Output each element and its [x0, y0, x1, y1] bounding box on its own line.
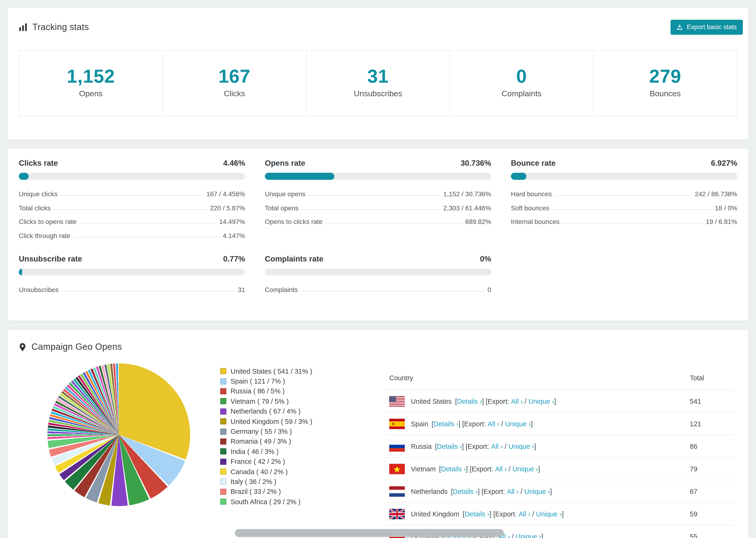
rate-value: 0.77%	[223, 254, 245, 263]
geo-table: Country Total United States [Details ›] …	[385, 368, 734, 538]
rate-head: Complaints rate 0%	[265, 254, 491, 263]
details-link[interactable]: Details ›	[441, 465, 466, 472]
legend-item-romania: Romania ( 49 / 3% )	[220, 436, 362, 447]
metric-label: Internal bounces	[511, 218, 560, 225]
metric-value: 0	[487, 286, 491, 294]
details-link[interactable]: Details ›	[453, 488, 477, 495]
geo-table-row-netherlands: Netherlands [Details ›] [Export: All › /…	[385, 480, 734, 503]
rate-title: Clicks rate	[19, 158, 58, 167]
geo-opens-title: Campaign Geo Opens	[31, 342, 122, 352]
bracket: [	[462, 510, 464, 517]
geo-table-wrap: Country Total United States [Details ›] …	[385, 368, 734, 538]
details-link[interactable]: Details ›	[457, 398, 482, 405]
bracket: ]	[554, 398, 556, 405]
country-total: 79	[685, 457, 734, 480]
geo-table-head: Country Total	[385, 368, 734, 390]
bracket: ] [Export:	[490, 510, 519, 517]
rate-block-bounce-rate: Bounce rate 6.927% Hard bounces 242 / 86…	[511, 158, 737, 242]
nl-flag-icon	[389, 486, 405, 497]
metric-row-soft-bounces: Soft bounces 18 / 0%	[511, 200, 737, 214]
legend-item-united-kingdom: United Kingdom ( 59 / 3% )	[220, 416, 362, 426]
geo-table-row-vietnam: Vietnam [Details ›] [Export: All › / Uni…	[385, 457, 734, 480]
export-all-link[interactable]: All ›	[507, 488, 519, 495]
legend-label: Romania ( 49 / 3% )	[231, 438, 291, 445]
metric-value: 220 / 5.87%	[210, 204, 245, 211]
counter-label: Unsubscribes	[306, 89, 450, 98]
legend-label: Spain ( 121 / 7% )	[231, 377, 285, 385]
metric-value: 689.82%	[465, 218, 491, 225]
legend-label: Russia ( 86 / 5% )	[231, 388, 285, 395]
export-all-link[interactable]: All ›	[488, 420, 499, 427]
geo-legend: United States ( 541 / 31% ) Spain ( 121 …	[220, 366, 362, 507]
counter-label: Bounces	[594, 89, 737, 98]
rate-head: Bounce rate 6.927%	[511, 158, 737, 167]
separator: /	[499, 420, 505, 427]
dotted-leader	[555, 195, 692, 196]
export-unique-link[interactable]: Unique ›	[536, 510, 562, 517]
legend-swatch	[220, 368, 226, 374]
geo-body: United States ( 541 / 31% ) Spain ( 121 …	[8, 352, 748, 538]
counter-clicks: 167 Clicks	[162, 50, 307, 116]
details-link[interactable]: Details ›	[433, 420, 458, 427]
bracket: [	[439, 465, 441, 472]
separator: /	[530, 510, 536, 517]
legend-label: Italy ( 36 / 2% )	[231, 478, 276, 485]
rate-value: 4.46%	[223, 158, 245, 167]
legend-label: South Africa ( 29 / 2% )	[231, 498, 300, 506]
country-total: 121	[685, 412, 734, 435]
metric-value: 31	[238, 286, 245, 294]
export-unique-link[interactable]: Unique ›	[513, 465, 538, 472]
vn-flag-icon	[389, 463, 405, 474]
rate-head: Opens rate 30.736%	[265, 158, 491, 167]
metric-row-hard-bounces: Hard bounces 242 / 86.738%	[511, 187, 737, 200]
country-cell: United States [Details ›] [Export: All ›…	[389, 396, 680, 406]
export-unique-link[interactable]: Unique ›	[528, 398, 554, 405]
export-unique-link[interactable]: Unique ›	[515, 533, 541, 538]
separator: /	[510, 533, 515, 538]
legend-item-brazil: Brazil ( 33 / 2% )	[220, 487, 362, 497]
rate-title: Complaints rate	[265, 254, 323, 263]
bracket: ]	[562, 510, 564, 517]
dotted-leader	[62, 291, 235, 292]
rate-progress-bar	[19, 268, 245, 275]
legend-item-italy: Italy ( 36 / 2% )	[220, 477, 362, 487]
export-all-link[interactable]: All ›	[491, 443, 503, 450]
bracket: ] [Export:	[482, 398, 511, 405]
export-all-link[interactable]: All ›	[495, 465, 507, 472]
bracket: ] [Export:	[478, 488, 507, 495]
dotted-leader	[80, 223, 216, 224]
dotted-leader	[325, 223, 462, 224]
metric-label: Click through rate	[19, 232, 70, 239]
geo-opens-header: Campaign Geo Opens	[8, 330, 748, 352]
horizontal-scrollbar-thumb[interactable]	[235, 529, 504, 537]
export-all-link[interactable]: All ›	[519, 510, 530, 517]
geo-table-row-russia: Russia [Details ›] [Export: All › / Uniq…	[385, 435, 734, 457]
details-link[interactable]: Details ›	[464, 510, 489, 517]
legend-item-russia: Russia ( 86 / 5% )	[220, 386, 362, 397]
details-link[interactable]: Details ›	[437, 443, 462, 450]
separator: /	[523, 398, 528, 405]
legend-item-india: India ( 46 / 3% )	[220, 447, 362, 457]
bracket: [	[455, 398, 457, 405]
legend-item-canada: Canada ( 40 / 2% )	[220, 467, 362, 477]
export-basic-stats-button[interactable]: Export basic stats	[671, 20, 743, 34]
country-total: 541	[685, 390, 734, 412]
metric-value: 1,152 / 30.736%	[443, 190, 491, 198]
metric-row-clicks-to-opens-rate: Clicks to opens rate 14.497%	[19, 214, 245, 228]
counter-value: 1,152	[19, 66, 162, 86]
counter-value: 31	[306, 66, 450, 86]
bracket: ]	[534, 443, 536, 450]
rate-value: 30.736%	[460, 158, 491, 167]
legend-swatch	[220, 449, 226, 455]
legend-label: France ( 42 / 2% )	[231, 458, 285, 465]
legend-label: Canada ( 40 / 2% )	[231, 468, 288, 475]
bracket: ] [Export:	[462, 443, 491, 450]
country-cell: Vietnam [Details ›] [Export: All › / Uni…	[389, 463, 680, 474]
geo-table-row-spain: Spain [Details ›] [Export: All › / Uniqu…	[385, 412, 734, 435]
rate-progress-bar	[265, 268, 491, 275]
export-unique-link[interactable]: Unique ›	[508, 443, 534, 450]
export-unique-link[interactable]: Unique ›	[505, 420, 531, 427]
export-unique-link[interactable]: Unique ›	[524, 488, 550, 495]
tracking-stats-card: Tracking stats Export basic stats 1,152 …	[7, 7, 749, 140]
export-all-link[interactable]: All ›	[511, 398, 523, 405]
